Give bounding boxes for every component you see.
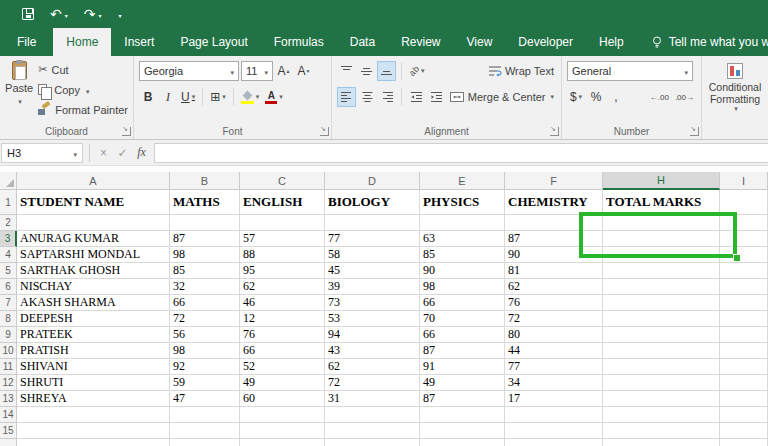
row-header-14[interactable]: 14 (0, 407, 17, 423)
accounting-format-button[interactable]: $ (567, 87, 585, 107)
cell-C5[interactable]: 95 (240, 263, 325, 279)
format-painter-button[interactable]: Format Painter (38, 100, 128, 119)
number-dialog-launcher[interactable] (690, 127, 699, 136)
cell-C16[interactable] (240, 439, 325, 446)
cell-B13[interactable]: 47 (170, 391, 240, 407)
cell-B4[interactable]: 98 (170, 247, 240, 263)
cell-H15[interactable] (603, 423, 720, 439)
cell-D10[interactable]: 43 (325, 343, 420, 359)
alignment-dialog-launcher[interactable] (550, 127, 559, 136)
cell-C10[interactable]: 66 (240, 343, 325, 359)
font-dialog-launcher[interactable] (320, 127, 329, 136)
cell-D13[interactable]: 31 (325, 391, 420, 407)
select-all-corner[interactable] (0, 172, 17, 190)
cell-H2[interactable] (603, 215, 720, 231)
cell-I10[interactable] (720, 343, 768, 359)
cell-I12[interactable] (720, 375, 768, 391)
tab-formulas[interactable]: Formulas (261, 28, 337, 56)
cell-B10[interactable]: 98 (170, 343, 240, 359)
cell-D16[interactable] (325, 439, 420, 446)
tab-home[interactable]: Home (53, 28, 111, 56)
customize-quick-access-button[interactable] (118, 7, 122, 21)
cell-E14[interactable] (420, 407, 505, 423)
align-center-button[interactable] (358, 87, 376, 107)
cell-I13[interactable] (720, 391, 768, 407)
row-header-11[interactable]: 11 (0, 359, 17, 375)
tab-insert[interactable]: Insert (111, 28, 167, 56)
cell-F6[interactable]: 62 (505, 279, 603, 295)
tab-file[interactable]: File (0, 28, 53, 56)
cell-H13[interactable] (603, 391, 720, 407)
cell-B1[interactable]: MATHS (170, 190, 240, 215)
cell-H8[interactable] (603, 311, 720, 327)
col-header-D[interactable]: D (325, 172, 420, 190)
cell-A7[interactable]: AKASH SHARMA (17, 295, 170, 311)
cell-D2[interactable] (325, 215, 420, 231)
row-header-7[interactable]: 7 (0, 295, 17, 311)
row-header-3[interactable]: 3 (0, 231, 17, 247)
row-header-5[interactable]: 5 (0, 263, 17, 279)
cell-B7[interactable]: 66 (170, 295, 240, 311)
align-left-button[interactable] (337, 87, 356, 107)
cell-E8[interactable]: 70 (420, 311, 505, 327)
cell-C14[interactable] (240, 407, 325, 423)
cancel-button[interactable]: × (94, 146, 113, 160)
cell-H14[interactable] (603, 407, 720, 423)
cell-F8[interactable]: 72 (505, 311, 603, 327)
cell-E7[interactable]: 66 (420, 295, 505, 311)
cell-F11[interactable]: 77 (505, 359, 603, 375)
cell-F12[interactable]: 34 (505, 375, 603, 391)
font-size-select[interactable]: 11 (241, 61, 273, 81)
cell-D5[interactable]: 45 (325, 263, 420, 279)
cell-C4[interactable]: 88 (240, 247, 325, 263)
cell-A3[interactable]: ANURAG KUMAR (17, 231, 170, 247)
cell-F5[interactable]: 81 (505, 263, 603, 279)
cell-F16[interactable] (505, 439, 603, 446)
cell-A14[interactable] (17, 407, 170, 423)
row-header-4[interactable]: 4 (0, 247, 17, 263)
cell-H1[interactable]: TOTAL MARKS (603, 190, 720, 215)
cell-E3[interactable]: 63 (420, 231, 505, 247)
fill-color-button[interactable] (239, 87, 262, 107)
cell-E9[interactable]: 66 (420, 327, 505, 343)
cell-F3[interactable]: 87 (505, 231, 603, 247)
increase-decimal-button[interactable]: ←.00 (648, 87, 671, 107)
row-header-12[interactable]: 12 (0, 375, 17, 391)
tab-page-layout[interactable]: Page Layout (167, 28, 260, 56)
font-color-button[interactable]: A (263, 87, 285, 107)
save-button[interactable] (22, 8, 34, 20)
cell-D4[interactable]: 58 (325, 247, 420, 263)
formula-input[interactable] (154, 143, 768, 163)
cell-C8[interactable]: 12 (240, 311, 325, 327)
tab-help[interactable]: Help (586, 28, 637, 56)
col-header-C[interactable]: C (240, 172, 325, 190)
cell-E11[interactable]: 91 (420, 359, 505, 375)
middle-align-button[interactable] (357, 61, 375, 81)
percent-style-button[interactable]: % (587, 87, 605, 107)
cell-C9[interactable]: 76 (240, 327, 325, 343)
cell-E15[interactable] (420, 423, 505, 439)
cell-H10[interactable] (603, 343, 720, 359)
cell-I11[interactable] (720, 359, 768, 375)
row-header-15[interactable]: 15 (0, 423, 17, 439)
cell-E12[interactable]: 49 (420, 375, 505, 391)
cell-I9[interactable] (720, 327, 768, 343)
cell-B9[interactable]: 56 (170, 327, 240, 343)
enter-button[interactable]: ✓ (113, 146, 132, 160)
cell-F13[interactable]: 17 (505, 391, 603, 407)
cell-C3[interactable]: 57 (240, 231, 325, 247)
cell-C7[interactable]: 46 (240, 295, 325, 311)
cell-H3[interactable] (603, 231, 720, 247)
tab-data[interactable]: Data (337, 28, 388, 56)
cell-A4[interactable]: SAPTARSHI MONDAL (17, 247, 170, 263)
cell-A5[interactable]: SARTHAK GHOSH (17, 263, 170, 279)
cut-button[interactable]: ✂ Cut (38, 60, 128, 79)
col-header-F[interactable]: F (505, 172, 603, 190)
paste-button[interactable]: Paste (5, 60, 33, 121)
cell-H12[interactable] (603, 375, 720, 391)
cell-I2[interactable] (720, 215, 768, 231)
row-header-2[interactable]: 2 (0, 215, 17, 231)
increase-indent-button[interactable] (427, 87, 445, 107)
cell-I16[interactable] (720, 439, 768, 446)
fill-handle[interactable] (733, 254, 741, 262)
